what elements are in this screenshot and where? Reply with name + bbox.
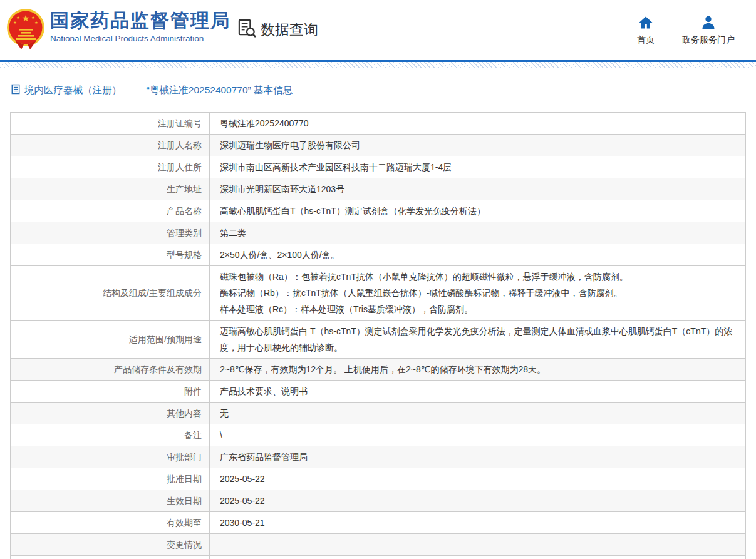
field-label-text: 备注 — [184, 427, 202, 443]
field-value-text: 深圳市光明新区南环大道1203号 — [220, 181, 344, 197]
field-value: 产品技术要求、说明书 — [210, 381, 745, 402]
table-row: 附件产品技术要求、说明书 — [11, 380, 745, 402]
table-row: 生产地址深圳市光明新区南环大道1203号 — [11, 178, 745, 200]
org-name-block: 国家药品监督管理局 National Medical Products Admi… — [50, 10, 230, 43]
data-query-label: 数据查询 — [261, 20, 318, 39]
field-value-text: 2030-05-21 — [220, 515, 265, 531]
nav-home[interactable]: 首页 — [637, 15, 655, 46]
field-label: 生效日期 — [11, 490, 210, 511]
field-label-text: 有效期至 — [167, 515, 202, 531]
data-query-title[interactable]: 数据查询 — [237, 18, 318, 41]
page: ★ ★ ★ ★ ★ 国家药品监督管理局 National Medical Pro… — [0, 0, 756, 559]
field-value: 详情 — [210, 556, 745, 559]
field-value: \ — [210, 424, 745, 446]
table-row: 结构及组成/主要组成成分磁珠包被物（Ra）：包被着抗cTnT抗体（小鼠单克隆抗体… — [11, 265, 745, 320]
table-row: 管理类别第二类 — [11, 222, 745, 244]
field-value: 深圳市光明新区南环大道1203号 — [210, 178, 745, 200]
field-label-text: 其他内容 — [167, 405, 202, 421]
field-value-text: 粤械注准20252400770 — [220, 115, 309, 131]
field-value: 无 — [210, 403, 745, 424]
field-value: 迈瑞高敏心肌肌钙蛋白 T（hs-cTnT）测定试剂盒采用化学发光免疫分析法，定量… — [210, 321, 745, 358]
field-label-text: 适用范围/预期用途 — [129, 331, 202, 347]
nav-gov-portal[interactable]: 政务服务门户 — [682, 15, 735, 46]
svg-text:★: ★ — [16, 16, 19, 19]
field-value: 高敏心肌肌钙蛋白T（hs-cTnT）测定试剂盒（化学发光免疫分析法） — [210, 200, 745, 222]
field-label: 审批部门 — [11, 446, 210, 468]
national-emblem-logo: ★ ★ ★ ★ ★ — [6, 8, 45, 51]
field-label-text: 注册证编号 — [158, 115, 202, 131]
field-value-text: 产品技术要求、说明书 — [220, 383, 308, 399]
table-row: 注详情 — [11, 555, 745, 559]
field-value — [210, 534, 745, 555]
field-value: 2~8℃保存，有效期为12个月。 上机使用后，在2~8℃的储存环境下有效期为28… — [210, 359, 745, 380]
field-value-text: 磁珠包被物（Ra）：包被着抗cTnT抗体（小鼠单克隆抗体）的超顺磁性微粒，悬浮于… — [220, 269, 628, 317]
field-label-text: 产品名称 — [167, 203, 202, 219]
field-label-text: 结构及组成/主要组成成分 — [103, 285, 202, 301]
field-value: 2×50人份/盒、2×100人份/盒。 — [210, 244, 745, 265]
svg-text:★: ★ — [13, 21, 16, 24]
field-label-text: 附件 — [184, 383, 202, 399]
field-label: 型号规格 — [11, 244, 210, 265]
field-value-text: 2025-05-22 — [220, 471, 265, 487]
org-name-en: National Medical Products Administration — [50, 34, 230, 43]
field-value-text: 无 — [220, 405, 229, 421]
field-value-text: 2025-05-22 — [220, 493, 265, 509]
hatched-band — [0, 62, 756, 68]
svg-text:★: ★ — [34, 21, 38, 24]
field-label: 注册证编号 — [11, 113, 210, 134]
registration-info-table: 注册证编号粤械注准20252400770注册人名称深圳迈瑞生物医疗电子股份有限公… — [10, 112, 746, 559]
table-row: 注册人名称深圳迈瑞生物医疗电子股份有限公司 — [11, 134, 745, 156]
field-value-text: 广东省药品监督管理局 — [220, 449, 308, 465]
field-value: 磁珠包被物（Ra）：包被着抗cTnT抗体（小鼠单克隆抗体）的超顺磁性微粒，悬浮于… — [210, 266, 745, 320]
field-value: 2025-05-22 — [210, 468, 745, 490]
table-row: 生效日期2025-05-22 — [11, 490, 745, 511]
field-value: 深圳市南山区高新技术产业园区科技南十二路迈瑞大厦1-4层 — [210, 156, 745, 178]
org-name-zh: 国家药品监督管理局 — [50, 10, 230, 31]
field-value-text: \ — [220, 427, 222, 443]
field-value-text: 第二类 — [220, 225, 246, 241]
field-label: 附件 — [11, 381, 210, 402]
field-label-text: 产品储存条件及有效期 — [114, 361, 202, 377]
field-label-text: 注册人住所 — [158, 159, 202, 175]
field-label: 产品储存条件及有效期 — [11, 359, 210, 380]
nav-home-label: 首页 — [637, 34, 655, 46]
field-label: 管理类别 — [11, 222, 210, 244]
field-value-text: 深圳市南山区高新技术产业园区科技南十二路迈瑞大厦1-4层 — [220, 159, 452, 175]
field-value-text: 高敏心肌肌钙蛋白T（hs-cTnT）测定试剂盒（化学发光免疫分析法） — [220, 203, 485, 219]
doc-search-icon — [237, 18, 256, 41]
field-label-text: 生效日期 — [167, 493, 202, 509]
nav-gov-portal-label: 政务服务门户 — [682, 34, 735, 46]
field-label: 有效期至 — [11, 512, 210, 533]
field-label: 结构及组成/主要组成成分 — [11, 266, 210, 320]
table-row: 审批部门广东省药品监督管理局 — [11, 446, 745, 468]
table-row: 注册证编号粤械注准20252400770 — [11, 113, 745, 134]
svg-text:★: ★ — [31, 16, 34, 19]
field-label: 适用范围/预期用途 — [11, 321, 210, 358]
field-label-text: 注册人名称 — [158, 137, 202, 153]
table-row: 型号规格2×50人份/盒、2×100人份/盒。 — [11, 244, 745, 265]
field-value-text: 2×50人份/盒、2×100人份/盒。 — [220, 247, 339, 263]
field-label-text: 生产地址 — [167, 181, 202, 197]
table-row: 变更情况 — [11, 533, 745, 555]
field-label-text: 审批部门 — [167, 449, 202, 465]
field-value-text: 迈瑞高敏心肌肌钙蛋白 T（hs-cTnT）测定试剂盒采用化学发光免疫分析法，定量… — [220, 323, 738, 356]
field-label: 注 — [11, 556, 210, 559]
field-label: 注册人住所 — [11, 156, 210, 178]
breadcrumb: 境内医疗器械（注册） —— “粤械注准20252400770” 基本信息 — [11, 84, 756, 97]
home-icon — [638, 15, 653, 30]
field-value-text: 深圳迈瑞生物医疗电子股份有限公司 — [220, 137, 360, 153]
table-row: 其他内容无 — [11, 402, 745, 424]
table-row: 备注\ — [11, 424, 745, 446]
field-label-text: 型号规格 — [167, 247, 202, 263]
table-row: 适用范围/预期用途迈瑞高敏心肌肌钙蛋白 T（hs-cTnT）测定试剂盒采用化学发… — [11, 320, 745, 358]
field-label: 产品名称 — [11, 200, 210, 222]
table-row: 注册人住所深圳市南山区高新技术产业园区科技南十二路迈瑞大厦1-4层 — [11, 156, 745, 178]
breadcrumb-text: 境内医疗器械（注册） —— “粤械注准20252400770” 基本信息 — [24, 84, 293, 97]
field-label-text: 管理类别 — [167, 225, 202, 241]
field-label: 注册人名称 — [11, 135, 210, 156]
header-nav: 首页 政务服务门户 — [637, 15, 735, 46]
site-header: ★ ★ ★ ★ ★ 国家药品监督管理局 National Medical Pro… — [0, 0, 756, 60]
field-label: 变更情况 — [11, 534, 210, 555]
field-value: 深圳迈瑞生物医疗电子股份有限公司 — [210, 135, 745, 156]
field-label: 生产地址 — [11, 178, 210, 200]
